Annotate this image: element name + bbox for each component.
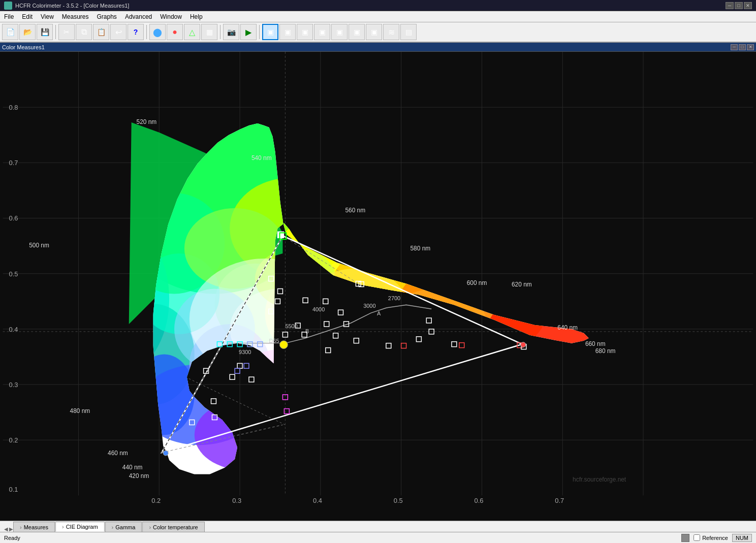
status-icon (681, 534, 689, 542)
view3-button[interactable]: ▣ (297, 24, 313, 40)
help-button[interactable]: ? (128, 24, 144, 40)
nm-620: 620 nm (512, 281, 532, 288)
x-label-07: 0.7 (555, 497, 564, 504)
menu-graphs[interactable]: Graphs (93, 11, 121, 22)
menu-help[interactable]: Help (186, 11, 207, 22)
view1-button[interactable]: ▣ (262, 24, 278, 40)
colordisc-button[interactable]: ● (167, 24, 183, 40)
nm-540: 540 nm (251, 154, 272, 162)
tabbar: ◀ ▶ Measures CIE Diagram Gamma Color tem… (0, 521, 756, 532)
x-label-06: 0.6 (475, 497, 484, 504)
inner-minimize[interactable]: ─ (731, 44, 738, 50)
close-button[interactable]: ✕ (744, 2, 752, 9)
tab-scroll-left[interactable]: ◀ (4, 526, 8, 532)
reference-checkbox[interactable]: Reference (694, 534, 728, 541)
label-B: B (305, 328, 309, 334)
x-label-02: 0.2 (151, 497, 161, 504)
nm-600: 600 nm (467, 279, 487, 286)
nm-480: 480 nm (70, 407, 90, 414)
inner-close[interactable]: ✕ (747, 44, 754, 50)
status-right: Reference NUM (681, 534, 752, 542)
window-controls: ─ □ ✕ (726, 2, 752, 9)
menubar: File Edit View Measures Graphs Advanced … (0, 11, 756, 22)
cie-diagram: 0.8 0.7 0.6 0.5 0.4 0.3 0.2 0.1 0.2 0.3 … (0, 52, 756, 521)
svg-point-100 (521, 342, 526, 347)
statusbar: Ready Reference NUM (0, 532, 756, 543)
copy-button[interactable]: ⧉ (76, 24, 92, 40)
view9-button[interactable]: ▤ (400, 24, 417, 40)
view6-button[interactable]: ▣ (349, 24, 365, 40)
reference-label: Reference (702, 535, 728, 541)
label-4000: 4000 (312, 306, 325, 312)
view4-button[interactable]: ▣ (314, 24, 330, 40)
label-2700: 2700 (388, 295, 400, 301)
toolbar: 📄 📂 💾 ✂ ⧉ 📋 ↩ ? ⬤ ● △ ▦ 📷 ▶ ▣ ▣ ▣ ▣ ▣ ▣ … (0, 22, 756, 43)
watermark: hcfr.sourceforge.net (573, 476, 626, 483)
maximize-button[interactable]: □ (735, 2, 743, 9)
tab-scroll-right[interactable]: ▶ (9, 526, 13, 532)
play-button[interactable]: ▶ (240, 24, 257, 40)
y-label-01: 0.1 (9, 486, 18, 493)
nm-680: 680 nm (595, 347, 616, 355)
menu-file[interactable]: File (0, 11, 18, 22)
status-text: Ready (4, 535, 677, 541)
inner-maximize[interactable]: □ (739, 44, 746, 50)
titlebar: HCFR Colorimeter - 3.5.2 - [Color Measur… (0, 0, 756, 11)
sep2 (146, 25, 147, 39)
label-9300: 9300 (239, 349, 251, 355)
diagram-area: 0.8 0.7 0.6 0.5 0.4 0.3 0.2 0.1 0.2 0.3 … (0, 52, 756, 521)
sensor-button[interactable]: ⬤ (149, 24, 166, 40)
nm-640: 640 nm (557, 324, 578, 331)
sep1 (55, 25, 56, 39)
menu-window[interactable]: Window (156, 11, 186, 22)
minimize-button[interactable]: ─ (726, 2, 734, 9)
inner-titlebar: Color Measures1 ─ □ ✕ (0, 43, 756, 52)
inner-window-controls: ─ □ ✕ (731, 44, 754, 50)
x-label-05: 0.5 (394, 497, 403, 504)
nm-560: 560 nm (345, 207, 365, 214)
triangle-button[interactable]: △ (184, 24, 200, 40)
undo-button[interactable]: ↩ (110, 24, 127, 40)
menu-view[interactable]: View (37, 11, 58, 22)
tab-color-temperature[interactable]: Color temperature (142, 522, 204, 532)
nm-500: 500 nm (29, 242, 49, 249)
multi-button[interactable]: ▦ (201, 24, 217, 40)
y-label-02: 0.2 (9, 436, 18, 444)
title-text: HCFR Colorimeter - 3.5.2 - [Color Measur… (15, 3, 722, 9)
view8-button[interactable]: ≋ (383, 24, 399, 40)
menu-measures[interactable]: Measures (58, 11, 93, 22)
new-button[interactable]: 📄 (2, 24, 18, 40)
sep3 (220, 25, 220, 39)
y-label-07: 0.7 (9, 159, 18, 167)
app-icon (4, 2, 12, 10)
label-A: A (377, 310, 381, 316)
label-3000: 3000 (363, 303, 375, 309)
mdi-container: Color Measures1 ─ □ ✕ (0, 43, 756, 521)
label-5500: 5500 (285, 323, 297, 329)
tab-gamma[interactable]: Gamma (105, 522, 142, 532)
tab-measures[interactable]: Measures (13, 522, 55, 532)
y-label-05: 0.5 (9, 270, 18, 278)
view7-button[interactable]: ▣ (366, 24, 382, 40)
y-label-06: 0.6 (9, 214, 18, 222)
paste-button[interactable]: 📋 (93, 24, 109, 40)
svg-point-99 (163, 451, 168, 456)
label-d65: D65 (269, 338, 279, 344)
view5-button[interactable]: ▣ (331, 24, 348, 40)
inner-title-text: Color Measures1 (2, 44, 731, 50)
cut-button[interactable]: ✂ (58, 24, 75, 40)
num-indicator: NUM (732, 534, 752, 542)
y-label-04: 0.4 (9, 326, 18, 333)
svg-point-97 (279, 341, 288, 349)
save-button[interactable]: 💾 (37, 24, 53, 40)
menu-edit[interactable]: Edit (18, 11, 37, 22)
nm-580: 580 nm (411, 245, 431, 252)
y-label-03: 0.3 (9, 381, 18, 389)
tab-cie-diagram[interactable]: CIE Diagram (55, 522, 105, 532)
sep4 (259, 25, 260, 39)
open-button[interactable]: 📂 (19, 24, 36, 40)
reference-check[interactable] (694, 534, 700, 541)
view2-button[interactable]: ▣ (279, 24, 296, 40)
camera-button[interactable]: 📷 (223, 24, 239, 40)
menu-advanced[interactable]: Advanced (121, 11, 156, 22)
